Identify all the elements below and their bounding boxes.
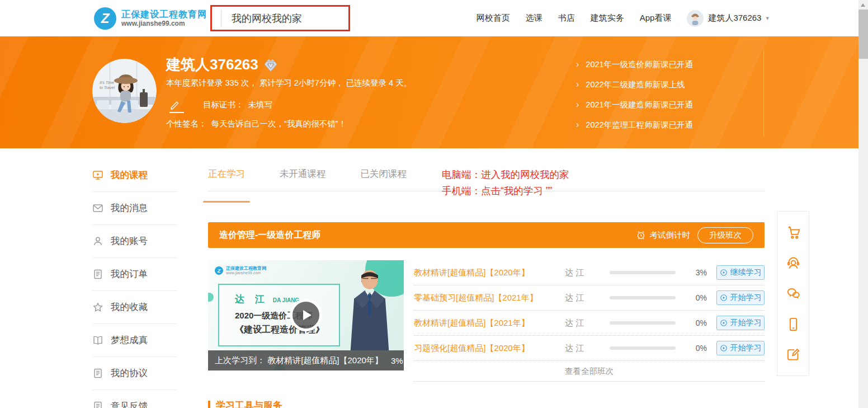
sidebar-item-dreams-come-true[interactable]: 梦想成真 — [92, 324, 177, 357]
alarm-clock-icon — [636, 230, 646, 240]
teacher-photo — [339, 266, 400, 350]
start-learning-button[interactable]: 开始学习 — [716, 316, 765, 330]
signature-row: 个性签名： 每天告诉自己一次，“我真的很不错”！ — [166, 119, 346, 129]
favorite-star-icon — [92, 302, 103, 313]
class-title-link[interactable]: 零基础预习[超值精品]【2021年】 — [414, 293, 565, 303]
class-title-link[interactable]: 教材精讲[超值精品]【2020年】 — [414, 268, 565, 278]
nav-item-home[interactable]: 网校首页 — [477, 13, 510, 24]
target-cert-row: 目标证书： 未填写 — [169, 100, 272, 113]
play-triangle-icon — [303, 310, 312, 320]
action-label: 开始学习 — [730, 293, 762, 303]
nav-item-practice[interactable]: 建筑实务 — [591, 13, 624, 24]
sidebar-item-my-agreements[interactable]: 我的协议 — [92, 357, 177, 390]
notice-list: › 2021年一级造价师新课已开通 › 2022年二级建造师新课上线 › 202… — [576, 54, 693, 135]
user-menu[interactable]: 建筑人376263 ▾ — [687, 10, 769, 27]
notice-item[interactable]: › 2022年二级建造师新课上线 — [576, 74, 693, 95]
sidebar-item-my-messages[interactable]: 我的消息 — [92, 192, 177, 225]
sidebar-item-my-account[interactable]: 我的账号 — [92, 225, 177, 258]
tab-not-opened[interactable]: 未开通课程 — [280, 168, 326, 191]
sidebar-item-my-favorites[interactable]: 我的收藏 — [92, 291, 177, 324]
top-nav: 网校首页 选课 书店 建筑实务 App看课 — [477, 13, 672, 24]
class-teacher: 达 江 — [565, 293, 597, 303]
avatar-caption-line1: It's Time — [100, 81, 114, 85]
progress-percent: 0% — [682, 318, 707, 327]
tab-closed[interactable]: 已关闭课程 — [361, 168, 407, 191]
course-card-title: 造价管理-一级造价工程师 — [219, 229, 320, 241]
user-avatar-large[interactable]: It's Time to Travel — [92, 59, 157, 123]
progress-bar — [610, 321, 676, 325]
chevron-right-icon: › — [576, 79, 579, 90]
nav-item-bookstore[interactable]: 书店 — [558, 13, 575, 24]
banner-divider — [763, 50, 764, 135]
scrollbar-up-arrow[interactable] — [861, 3, 865, 7]
last-learned-text: 上次学习到： 教材精讲[超值精品]【2020年】 — [215, 355, 383, 366]
progress-bar — [610, 271, 676, 274]
sidebar-item-my-orders[interactable]: 我的订单 — [92, 258, 177, 291]
order-icon — [92, 269, 103, 280]
vip-badge-letter: V — [269, 62, 273, 68]
page-scrollbar[interactable] — [858, 0, 868, 408]
vip-badge-icon[interactable]: V — [264, 58, 277, 72]
upgrade-class-button[interactable]: 升级班次 — [697, 227, 753, 243]
last-learned-pct: 3% — [391, 356, 403, 365]
play-circle-icon — [720, 269, 728, 276]
class-title-link[interactable]: 教材精讲[超值精品]【2021年】 — [414, 318, 565, 329]
scrollbar-thumb[interactable] — [858, 10, 868, 59]
action-label: 开始学习 — [730, 318, 762, 328]
nav-item-app[interactable]: App看课 — [640, 13, 672, 24]
book-icon — [92, 335, 103, 346]
wechat-icon[interactable] — [786, 286, 801, 301]
sidebar-item-label: 意见反馈 — [111, 400, 148, 408]
edit-pencil-icon[interactable] — [169, 100, 184, 113]
sidebar-item-label: 我的协议 — [111, 367, 148, 379]
sidebar-item-label: 我的账号 — [111, 235, 148, 247]
message-icon — [92, 203, 103, 214]
last-learned-bar: 上次学习到： 教材精讲[超值精品]【2020年】 3% — [208, 350, 404, 371]
teacher-name-cn: 达 江 — [235, 293, 268, 306]
course-icon — [92, 170, 103, 181]
cart-icon[interactable] — [786, 225, 801, 240]
class-row: 习题强化[超值精品]【2020年】 达 江 0% 开始学习 — [414, 336, 765, 361]
section-accent-bar — [208, 401, 210, 408]
class-row: 教材精讲[超值精品]【2021年】 达 江 0% 开始学习 — [414, 311, 765, 336]
top-header: Z 正保建设工程教育网 www.jianshe99.com 我的网校我的家 网校… — [0, 0, 858, 36]
chevron-right-icon: › — [576, 100, 579, 110]
target-cert-value[interactable]: 未填写 — [248, 100, 273, 110]
customer-service-icon[interactable] — [786, 255, 801, 270]
sidebar-item-feedback[interactable]: 意见反馈 — [92, 390, 177, 408]
action-label: 开始学习 — [730, 343, 762, 353]
exam-countdown[interactable]: 考试倒计时 — [636, 230, 691, 241]
annotation-line2: 手机端：点击“我的学习 ”” — [442, 183, 569, 199]
feedback-edit-icon[interactable] — [786, 347, 801, 362]
nav-item-courses[interactable]: 选课 — [526, 13, 542, 24]
tab-learning[interactable]: 正在学习 — [208, 168, 245, 191]
class-title-link[interactable]: 习题强化[超值精品]【2020年】 — [414, 343, 565, 354]
action-label: 继续学习 — [730, 268, 762, 278]
course-video-thumbnail[interactable]: Z 正保建设工程教育网 www.jianshe99.com 达 江 DA JIA… — [208, 260, 404, 371]
video-course-line2: 《建设工程造价管理》 — [235, 324, 339, 336]
watermark-site: www.jianshe99.com — [226, 271, 266, 275]
floating-toolbar — [777, 211, 809, 376]
banner-stats: 本年度累计登录 335 次， 累计学习 2小时7分钟， 已连续登录 4 天。 — [166, 78, 412, 88]
class-teacher: 达 江 — [565, 318, 597, 329]
site-logo[interactable]: Z 正保建设工程教育网 www.jianshe99.com — [94, 7, 207, 30]
play-button[interactable] — [290, 299, 322, 331]
class-teacher: 达 江 — [565, 268, 597, 278]
start-learning-button[interactable]: 开始学习 — [716, 341, 765, 355]
view-all-classes[interactable]: 查看全部班次 — [414, 361, 765, 382]
course-card-header: 造价管理-一级造价工程师 考试倒计时 升级班次 — [208, 222, 765, 248]
sidebar-item-label: 我的消息 — [111, 202, 148, 214]
class-teacher: 达 江 — [565, 343, 597, 354]
continue-learning-button[interactable]: 继续学习 — [716, 265, 765, 280]
video-watermark: Z 正保建设工程教育网 www.jianshe99.com — [215, 266, 266, 275]
mobile-app-icon[interactable] — [786, 317, 801, 332]
countdown-label: 考试倒计时 — [650, 230, 691, 241]
notice-item[interactable]: › 2022年监理工程师新课已开通 — [576, 115, 693, 135]
notice-item[interactable]: › 2021年一级造价师新课已开通 — [576, 54, 693, 74]
sidebar-item-my-courses[interactable]: 我的课程 — [92, 159, 177, 192]
signature-label: 个性签名： — [166, 119, 207, 129]
logo-website-text: www.jianshe99.com — [121, 20, 207, 28]
agreement-icon — [92, 368, 103, 379]
start-learning-button[interactable]: 开始学习 — [716, 290, 765, 305]
notice-item[interactable]: › 2021年一级建造师新课已开通 — [576, 95, 693, 115]
